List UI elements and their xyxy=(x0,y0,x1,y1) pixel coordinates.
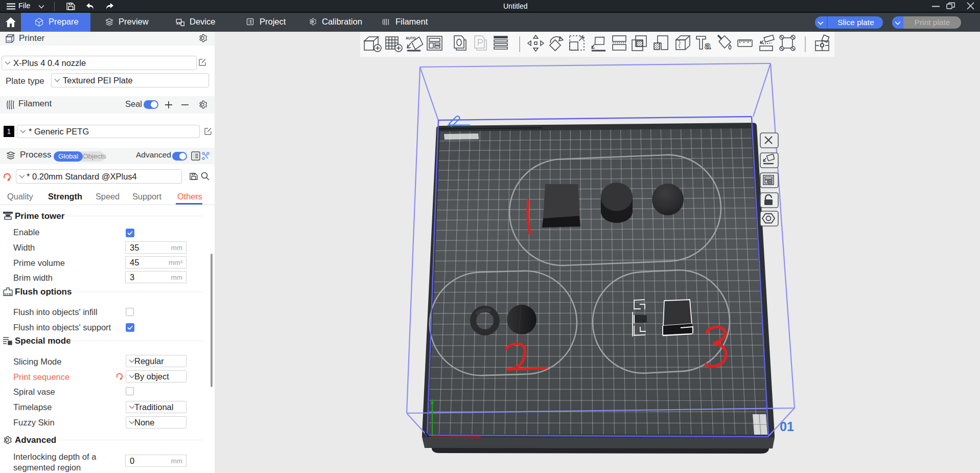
svg-text:01: 01 xyxy=(780,419,794,434)
svg-text:AUTO: AUTO xyxy=(406,36,416,40)
svg-text:a: a xyxy=(705,39,711,51)
